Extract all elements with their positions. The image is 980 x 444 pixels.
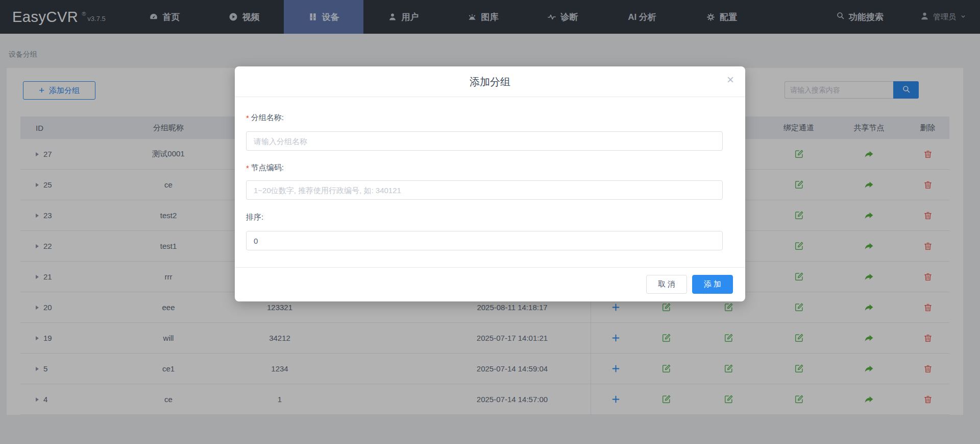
required-mark: * bbox=[246, 113, 249, 122]
add-group-modal: 添加分组 × * 分组名称: * 节点编码: 排序: 取 消 添 加 bbox=[235, 66, 745, 301]
modal-footer: 取 消 添 加 bbox=[235, 267, 745, 301]
sort-input[interactable] bbox=[246, 231, 723, 250]
cancel-button[interactable]: 取 消 bbox=[646, 275, 687, 294]
sort-label: 排序: bbox=[246, 212, 745, 222]
modal-header: 添加分组 × bbox=[235, 66, 745, 97]
modal-title: 添加分组 bbox=[235, 66, 745, 97]
node-code-label: * 节点编码: bbox=[246, 162, 745, 173]
group-name-label: * 分组名称: bbox=[246, 112, 745, 123]
required-mark: * bbox=[246, 163, 249, 172]
group-name-input[interactable] bbox=[246, 131, 723, 151]
confirm-add-button[interactable]: 添 加 bbox=[692, 275, 733, 294]
close-icon[interactable]: × bbox=[727, 74, 734, 86]
modal-body: * 分组名称: * 节点编码: 排序: bbox=[235, 112, 745, 250]
node-code-input[interactable] bbox=[246, 180, 723, 200]
